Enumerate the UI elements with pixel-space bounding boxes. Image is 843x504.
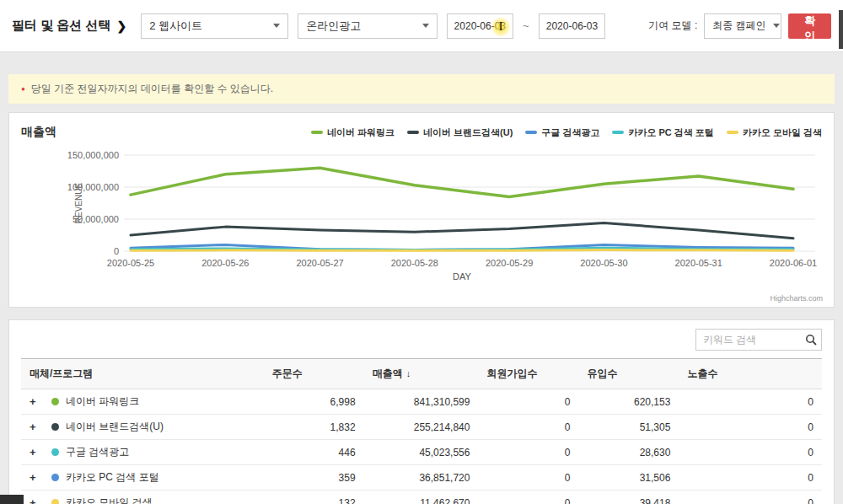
chart-title: 매출액 bbox=[21, 125, 56, 140]
chart-series-line[interactable] bbox=[131, 223, 793, 239]
column-header-label: 회원가입수 bbox=[486, 367, 537, 379]
x-axis-title: DAY bbox=[453, 271, 471, 281]
legend-swatch-icon bbox=[612, 131, 624, 134]
column-header[interactable]: 노출수 bbox=[679, 359, 822, 389]
media-program-table: 매체/프로그램주문수매출액↓회원가입수유입수노출수 +네이버 파워링크6,998… bbox=[21, 358, 822, 504]
column-header-label: 주문수 bbox=[272, 367, 303, 379]
legend-label: 네이버 브랜드검색(U) bbox=[423, 126, 513, 139]
table-header-row: 매체/프로그램주문수매출액↓회원가입수유입수노출수 bbox=[21, 359, 822, 389]
column-header[interactable]: 매출액↓ bbox=[364, 359, 479, 389]
date-range-separator: ~ bbox=[523, 19, 529, 32]
expand-row-button[interactable]: + bbox=[30, 421, 46, 433]
series-color-dot bbox=[51, 474, 59, 481]
chart-series-line[interactable] bbox=[131, 168, 793, 196]
chevron-right-icon: ❯ bbox=[117, 19, 127, 33]
confirm-button[interactable]: 확인 bbox=[788, 13, 831, 39]
media-table-body: +네이버 파워링크6,998841,310,5990620,1530+네이버 브… bbox=[21, 389, 822, 504]
series-color-dot bbox=[51, 398, 59, 405]
orders-cell: 132 bbox=[264, 491, 364, 504]
caret-down-icon bbox=[422, 24, 429, 28]
inflow-cell: 31,506 bbox=[578, 465, 679, 491]
filter-bar-title: 필터 및 옵션 선택 ❯ bbox=[12, 18, 126, 34]
cutoff-element bbox=[0, 495, 24, 504]
series-color-dot bbox=[51, 423, 59, 431]
inflow-cell: 620,153 bbox=[578, 389, 679, 415]
expand-row-button[interactable]: + bbox=[30, 446, 46, 458]
attribution-model-select[interactable]: 최종 캠페인 bbox=[704, 13, 781, 39]
impressions-cell: 0 bbox=[679, 389, 822, 415]
inflow-cell: 28,630 bbox=[578, 440, 679, 465]
search-icon bbox=[805, 334, 817, 346]
date-to-input[interactable]: 2020-06-03 bbox=[539, 13, 606, 39]
expand-row-button[interactable]: + bbox=[30, 395, 46, 408]
ad-channel-select-value: 온라인광고 bbox=[306, 19, 361, 34]
caret-down-icon bbox=[273, 24, 280, 28]
date-to-value: 2020-06-03 bbox=[546, 20, 598, 32]
vertical-scrollbar-thumb[interactable] bbox=[839, 10, 843, 49]
attribution-model-value: 최종 캠페인 bbox=[712, 19, 765, 33]
column-header[interactable]: 회원가입수 bbox=[478, 359, 578, 389]
legend-swatch-icon bbox=[311, 131, 323, 134]
notice-text: 당일 기준 전일자까지의 데이터를 확인할 수 있습니다. bbox=[31, 82, 273, 96]
expand-row-button[interactable]: + bbox=[30, 471, 46, 484]
site-select[interactable]: 2 웹사이트 bbox=[141, 13, 288, 39]
column-header-label: 유입수 bbox=[587, 367, 617, 379]
legend-item[interactable]: 네이버 브랜드검색(U) bbox=[407, 126, 513, 139]
table-row: +네이버 브랜드검색(U)1,832255,214,840051,3050 bbox=[21, 415, 822, 440]
chart-legend: 네이버 파워링크네이버 브랜드검색(U)구글 검색광고카카오 PC 검색 포털카… bbox=[311, 126, 822, 139]
column-header[interactable]: 매체/프로그램 bbox=[21, 359, 264, 389]
signups-cell: 0 bbox=[478, 389, 578, 415]
series-color-dot bbox=[51, 448, 59, 456]
media-table-panel: 매체/프로그램주문수매출액↓회원가입수유입수노출수 +네이버 파워링크6,998… bbox=[8, 319, 835, 504]
table-row: +네이버 파워링크6,998841,310,5990620,1530 bbox=[21, 389, 822, 415]
series-color-dot bbox=[51, 499, 59, 504]
caret-down-icon bbox=[773, 24, 780, 28]
impressions-cell: 0 bbox=[679, 491, 822, 504]
orders-cell: 1,832 bbox=[264, 415, 364, 440]
media-name: 구글 검색광고 bbox=[66, 445, 129, 459]
inflow-cell: 51,305 bbox=[578, 415, 679, 440]
keyword-search-input[interactable] bbox=[696, 330, 801, 350]
revenue-cell: 11,462,670 bbox=[364, 491, 479, 504]
y-tick-label: 0 bbox=[114, 246, 119, 256]
sort-desc-icon: ↓ bbox=[406, 368, 411, 378]
orders-cell: 359 bbox=[264, 465, 364, 491]
legend-item[interactable]: 네이버 파워링크 bbox=[311, 126, 395, 139]
media-name: 카카오 모바일 검색 bbox=[66, 496, 153, 504]
table-row: +구글 검색광고44645,023,556028,6300 bbox=[21, 440, 822, 465]
attribution-model-label: 기여 모델 : bbox=[648, 19, 697, 33]
date-from-input[interactable]: 2020-06-03 I bbox=[447, 13, 514, 39]
x-tick-label: 2020-05-30 bbox=[580, 258, 627, 268]
legend-label: 네이버 파워링크 bbox=[327, 126, 395, 139]
column-header[interactable]: 주문수 bbox=[264, 359, 364, 389]
site-select-value: 2 웹사이트 bbox=[149, 19, 202, 34]
x-tick-label: 2020-05-31 bbox=[675, 258, 722, 268]
legend-item[interactable]: 구글 검색광고 bbox=[525, 126, 599, 139]
table-search-row bbox=[21, 320, 822, 358]
table-row: +카카오 모바일 검색13211,462,670039,4180 bbox=[21, 491, 822, 504]
revenue-chart-panel: 매출액 네이버 파워링크네이버 브랜드검색(U)구글 검색광고카카오 PC 검색… bbox=[8, 112, 835, 308]
chart-series-line[interactable] bbox=[131, 249, 793, 250]
media-name: 네이버 파워링크 bbox=[66, 394, 139, 409]
legend-item[interactable]: 카카오 PC 검색 포털 bbox=[612, 126, 713, 139]
x-tick-label: 2020-05-29 bbox=[486, 258, 533, 268]
inflow-cell: 39,418 bbox=[578, 491, 679, 504]
ad-channel-select[interactable]: 온라인광고 bbox=[298, 13, 437, 39]
y-axis-title: REVENUE bbox=[74, 183, 83, 224]
expand-row-button[interactable]: + bbox=[30, 496, 46, 504]
signups-cell: 0 bbox=[478, 440, 578, 465]
keyword-search-box bbox=[695, 329, 822, 351]
filter-title-text: 필터 및 옵션 선택 bbox=[12, 18, 111, 34]
column-header-label: 노출수 bbox=[687, 367, 717, 379]
legend-item[interactable]: 카카오 모바일 검색 bbox=[727, 126, 822, 139]
legend-swatch-icon bbox=[727, 131, 738, 134]
legend-swatch-icon bbox=[407, 131, 419, 134]
bullet-icon: ● bbox=[21, 85, 25, 93]
x-tick-label: 2020-05-25 bbox=[107, 258, 154, 268]
search-button[interactable] bbox=[801, 330, 821, 350]
orders-cell: 6,998 bbox=[264, 389, 364, 415]
column-header-label: 매출액 bbox=[373, 367, 403, 379]
date-from-value: 2020-06-03 bbox=[454, 20, 506, 32]
column-header[interactable]: 유입수 bbox=[578, 359, 679, 389]
revenue-line-chart[interactable]: 150,000,000100,000,00050,000,0000REVENUE… bbox=[21, 143, 822, 285]
